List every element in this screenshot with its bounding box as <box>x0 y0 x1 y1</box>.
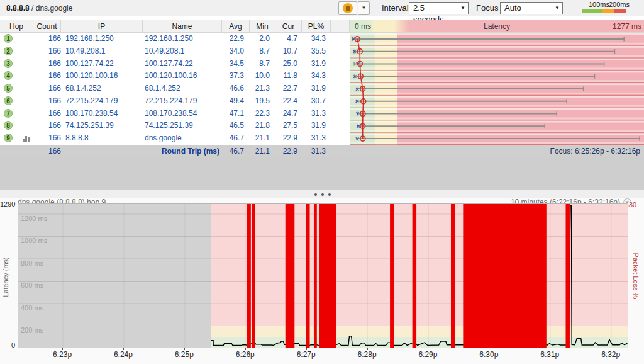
packet-loss-bar <box>413 204 416 348</box>
gridline-label: 1200 ms <box>21 215 47 222</box>
target-hostname: dns.google <box>36 4 73 13</box>
current-latency-marker: ✕ <box>355 98 360 105</box>
gridline-label: 1000 ms <box>21 237 47 244</box>
col-header-count[interactable]: Count <box>33 20 61 33</box>
focus-label: Focus <box>476 0 498 16</box>
x-axis-label: 6:31p <box>531 350 569 359</box>
hop-avg: 22.9 <box>222 33 244 45</box>
hop-ip: 108.170.238.54 <box>65 108 142 120</box>
latency-scale-title: Latency <box>350 20 644 33</box>
hop-number-badge: 3 <box>4 59 13 68</box>
pingplotter-window: 8.8.8.8 / dns.google ▼ Interval 2.5 seco… <box>0 0 644 364</box>
hop-ip: 68.1.4.252 <box>65 82 142 95</box>
hop-name: 72.215.224.179 <box>145 95 221 108</box>
hop-pl: 31.9 <box>302 58 326 71</box>
hop-number-badge: 1 <box>4 34 13 43</box>
hop-count: 166 <box>33 70 61 82</box>
round-trip-min: 21.1 <box>250 145 270 157</box>
gridline-label: 200 ms <box>21 326 43 334</box>
col-header-pl[interactable]: PL% <box>302 20 331 33</box>
col-header-avg[interactable]: Avg <box>222 20 250 33</box>
spacer-panel <box>0 157 644 190</box>
hop-avg: 37.3 <box>222 70 244 82</box>
hop-cur: 22.4 <box>275 95 297 108</box>
hop-name: 108.170.238.54 <box>145 108 221 120</box>
col-header-cur[interactable]: Cur <box>275 20 302 33</box>
hop-ip: 8.8.8.8 <box>65 132 142 145</box>
col-header-hop[interactable]: Hop <box>0 20 33 33</box>
latency-scale-max: 1277 ms <box>613 20 641 33</box>
hop-count: 166 <box>33 95 61 108</box>
hop-min: 10.0 <box>250 70 270 82</box>
packet-loss-bar <box>565 204 569 348</box>
target-ip: 8.8.8.8 <box>6 4 30 13</box>
col-header-spacer <box>331 20 350 33</box>
hop-name: 10.49.208.1 <box>145 45 221 58</box>
x-axis-label: 6:26p <box>226 350 264 359</box>
current-latency-marker: ✕ <box>352 74 357 80</box>
hop-avg: 34.0 <box>222 45 244 58</box>
timeline-plot[interactable] <box>18 203 627 348</box>
timeline-chart <box>18 204 628 348</box>
hop-cur: 27.5 <box>275 120 297 132</box>
packet-loss-axis-max: 30 <box>629 201 636 208</box>
hop-cur: 10.7 <box>275 45 297 58</box>
hop-min: 22.3 <box>250 108 270 120</box>
hop-cur: 22.7 <box>275 82 297 95</box>
hop-pl: 30.7 <box>302 95 326 108</box>
hop-ip: 74.125.251.39 <box>65 120 142 132</box>
hop-cur: 22.9 <box>275 132 297 145</box>
hop-number-badge: 2 <box>4 47 13 55</box>
pause-button[interactable] <box>338 1 357 15</box>
gridline-label: 600 ms <box>21 282 43 289</box>
timeline-section: dns.google (8.8.8.8) hop 9 10 minutes (6… <box>0 198 644 364</box>
packet-loss-bar <box>252 204 255 348</box>
hop-count: 166 <box>33 33 61 45</box>
hop-min: 19.5 <box>250 95 270 108</box>
hop-avg: 49.4 <box>222 95 244 108</box>
packet-loss-axis-title: Packet Loss % <box>632 249 640 303</box>
x-axis-label: 6:30p <box>470 350 508 359</box>
hop-name: 68.1.4.252 <box>145 82 221 95</box>
col-header-name[interactable]: Name <box>143 20 222 33</box>
packet-loss-bar <box>319 204 336 348</box>
hop-count: 166 <box>33 132 61 145</box>
hop-cur: 11.8 <box>275 70 297 82</box>
chevron-down-icon: ▼ <box>460 3 465 14</box>
interval-select[interactable]: 2.5 seconds ▼ <box>409 2 469 14</box>
hop-min: 8.7 <box>250 58 270 71</box>
pause-menu-button[interactable]: ▼ <box>358 1 370 15</box>
col-header-min[interactable]: Min <box>250 20 275 33</box>
hop-number-badge: 6 <box>4 96 13 105</box>
packet-loss-bar <box>306 204 309 348</box>
hop-ip: 192.168.1.250 <box>65 33 142 45</box>
hop-cur: 4.7 <box>275 33 297 45</box>
hop-avg: 34.5 <box>222 58 244 71</box>
hop-avg: 47.1 <box>222 108 244 120</box>
latency-range-chart: ✕✕✕✕✕✕✕✕✕ <box>350 33 644 145</box>
round-trip-row[interactable]: 166 Round Trip (ms) 46.7 21.1 22.9 31.3 … <box>0 145 644 157</box>
hop-cur: 24.7 <box>275 108 297 120</box>
hop-count: 166 <box>33 45 61 58</box>
current-latency-marker: ✕ <box>355 86 360 93</box>
hop-cur: 25.0 <box>275 58 297 71</box>
focus-value: Auto <box>504 3 521 13</box>
packet-loss-bar <box>390 204 394 348</box>
col-header-ip[interactable]: IP <box>61 20 143 33</box>
round-trip-cur: 22.9 <box>275 145 297 157</box>
hop-ip: 72.215.224.179 <box>65 95 142 108</box>
hop-avg: 46.5 <box>222 120 244 132</box>
current-latency-marker: ✕ <box>355 136 360 142</box>
hop-pl: 31.3 <box>302 108 326 120</box>
focus-select[interactable]: Auto ▼ <box>500 2 563 14</box>
hop-name: 100.120.100.16 <box>145 70 221 82</box>
bar-chart-icon <box>23 135 31 142</box>
hop-pl: 31.9 <box>302 82 326 95</box>
y-axis-min: 0 <box>4 341 15 349</box>
hop-name: dns.google <box>145 132 221 145</box>
round-trip-label: Round Trip (ms) <box>143 145 222 157</box>
pane-splitter[interactable] <box>0 190 644 198</box>
packet-loss-bar <box>247 204 250 348</box>
focus-range-text: Focus: 6:25:26p - 6:32:16p <box>550 145 640 157</box>
hop-ip: 100.120.100.16 <box>65 70 142 82</box>
